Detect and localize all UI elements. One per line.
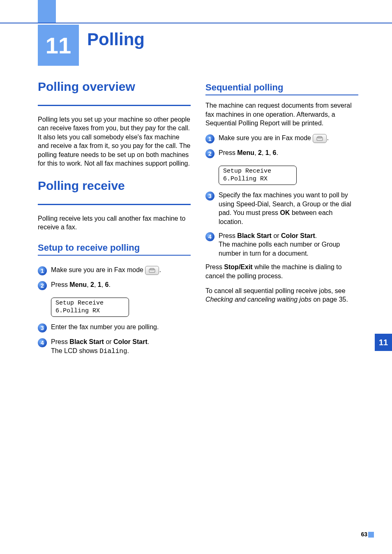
cross-reference: Checking and canceling waiting jobs	[205, 296, 311, 303]
key-color-start: Color Start	[113, 338, 148, 345]
heading-rule	[38, 204, 191, 205]
overview-paragraph: Polling lets you set up your machine so …	[38, 115, 191, 169]
text: ,	[269, 149, 273, 156]
step-3: 3 Specify the fax machines you want to p…	[205, 191, 358, 226]
text: Press	[205, 263, 224, 270]
left-column: Polling overview Polling lets you set up…	[38, 80, 191, 361]
polling-receive-paragraph: Polling receive lets you call another fa…	[38, 214, 191, 232]
chapter-number-box: 11	[38, 25, 79, 66]
text: .	[109, 281, 111, 288]
step-badge: 4	[38, 338, 47, 347]
text: Press	[219, 149, 237, 156]
lcd-line-1: Setup Receive	[55, 300, 125, 307]
text: .	[148, 338, 149, 345]
key-black-start: Black Start	[69, 338, 104, 345]
step-1: 1 Make sure you are in Fax mode .	[38, 265, 191, 275]
step-3: 3 Enter the fax number you are polling.	[38, 323, 191, 332]
chapter-number: 11	[46, 32, 71, 59]
right-column: Sequential polling The machine can reque…	[205, 80, 358, 361]
stop-exit-paragraph: Press Stop/Exit while the machine is dia…	[205, 263, 358, 280]
header-tab-block	[38, 0, 56, 23]
step-text: Press Black Start or Color Start. The LC…	[51, 337, 191, 356]
step-text: Make sure you are in Fax mode .	[51, 265, 191, 275]
key-1: 1	[265, 149, 269, 156]
page-number: 63	[361, 531, 367, 538]
step-text: Make sure you are in Fax mode .	[219, 134, 358, 143]
step-1: 1 Make sure you are in Fax mode .	[205, 134, 358, 143]
key-2: 2	[258, 149, 262, 156]
step-badge: 2	[38, 281, 47, 290]
heading-rule	[38, 105, 191, 106]
text: Make sure you are in Fax mode	[219, 134, 313, 141]
step-badge: 4	[205, 232, 214, 241]
key-6: 6	[105, 281, 109, 288]
step-text: Enter the fax number you are polling.	[51, 323, 191, 332]
text: ,	[101, 281, 105, 288]
step-badge: 3	[38, 323, 47, 332]
key-stop-exit: Stop/Exit	[224, 263, 252, 270]
step-2: 2 Press Menu, 2, 1, 6.	[38, 280, 191, 290]
step-text: Specify the fax machines you want to pol…	[219, 191, 358, 226]
fax-mode-icon	[313, 134, 327, 143]
key-ok: OK	[280, 209, 290, 216]
step-text: Press Menu, 2, 1, 6.	[219, 148, 358, 157]
text: ,	[87, 281, 90, 288]
subheading-rule	[205, 95, 358, 95]
subheading-sequential-polling: Sequential polling	[205, 82, 358, 93]
side-tab-number: 11	[379, 338, 388, 347]
step-badge: 2	[205, 149, 214, 158]
step-text: Press Menu, 2, 1, 6.	[51, 280, 191, 289]
key-black-start: Black Start	[237, 232, 272, 239]
sequential-paragraph: The machine can request documents from s…	[205, 101, 358, 128]
text: .	[127, 347, 129, 354]
text: To cancel all sequential polling receive…	[205, 287, 346, 294]
page: 11 Polling Polling overview Polling lets…	[0, 0, 392, 554]
lcd-line-1: Setup Receive	[223, 168, 292, 175]
text: ,	[254, 149, 258, 156]
key-menu: Menu	[69, 281, 87, 288]
key-2: 2	[90, 281, 94, 288]
text: .	[277, 149, 278, 156]
text: .	[327, 134, 328, 141]
text: or	[272, 232, 281, 239]
key-1: 1	[98, 281, 101, 288]
header-rule	[0, 23, 392, 23]
text: .	[159, 266, 161, 273]
text: Press	[219, 232, 237, 239]
text: .	[315, 232, 317, 239]
heading-polling-overview: Polling overview	[38, 80, 191, 94]
page-number-marker	[368, 532, 374, 538]
lcd-display: Setup Receive 6.Polling RX	[219, 163, 358, 185]
text: ,	[262, 149, 265, 156]
lcd-line-2: 6.Polling RX	[55, 307, 125, 315]
step-text: Press Black Start or Color Start. The ma…	[219, 231, 358, 258]
text: The machine polls each number or Group n…	[219, 241, 340, 257]
text: The LCD shows	[51, 347, 99, 354]
text: Press	[51, 338, 69, 345]
lcd-inline: Dialing	[99, 348, 127, 355]
lcd-line-2: 6.Polling RX	[223, 175, 292, 183]
text: on page 35.	[311, 296, 348, 303]
cancel-all-paragraph: To cancel all sequential polling receive…	[205, 286, 358, 304]
chapter-title: Polling	[87, 30, 145, 49]
text: Press	[51, 281, 69, 288]
step-2: 2 Press Menu, 2, 1, 6.	[205, 148, 358, 158]
key-color-start: Color Start	[281, 232, 315, 239]
text: ,	[94, 281, 98, 288]
fax-mode-icon	[145, 266, 159, 275]
step-badge: 1	[205, 134, 214, 143]
heading-polling-receive: Polling receive	[38, 179, 191, 193]
key-6: 6	[273, 149, 277, 156]
step-badge: 1	[38, 266, 47, 275]
step-badge: 3	[205, 192, 214, 201]
lcd-display: Setup Receive 6.Polling RX	[51, 295, 191, 317]
text: Make sure you are in Fax mode	[51, 266, 145, 273]
text: or	[104, 338, 113, 345]
step-4: 4 Press Black Start or Color Start. The …	[38, 337, 191, 356]
subheading-rule	[38, 255, 191, 256]
subheading-setup-receive: Setup to receive polling	[38, 242, 191, 253]
step-4: 4 Press Black Start or Color Start. The …	[205, 231, 358, 258]
key-menu: Menu	[237, 149, 254, 156]
side-chapter-tab: 11	[375, 334, 392, 351]
